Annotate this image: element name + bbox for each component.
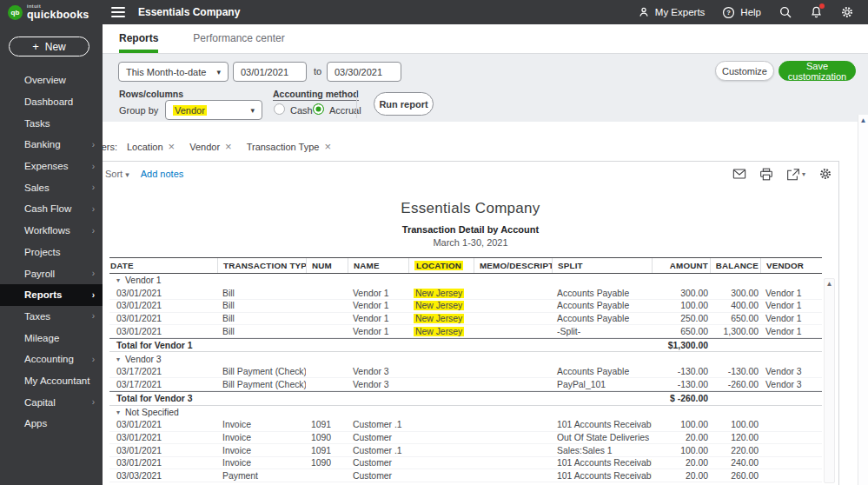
export-icon[interactable]: ▾ — [786, 168, 805, 181]
table-row[interactable]: 03/01/2021BillVendor 1New JerseyAccounts… — [109, 313, 822, 326]
date-to-input[interactable]: 03/30/2021 — [327, 62, 401, 82]
main-content: Reports Performance center This Month-to… — [103, 24, 868, 485]
table-scrollbar[interactable]: ▲ — [824, 278, 835, 483]
cell-balance: -130.00 — [710, 367, 760, 376]
group-row-not-specified[interactable]: ▾Not Specified — [109, 406, 822, 420]
table-row[interactable]: 03/01/2021Invoice1091Customer .1101 Acco… — [109, 419, 822, 432]
my-experts-button[interactable]: My Experts — [638, 6, 706, 18]
table-row[interactable]: 03/17/2021Bill Payment (Check)Vendor 3Ac… — [109, 366, 822, 379]
cell-balance: 300.00 — [710, 289, 760, 298]
collapse-group-icon[interactable]: ▾ — [116, 409, 120, 416]
hamburger-menu-icon[interactable] — [111, 7, 125, 17]
sidebar-item-dashboard[interactable]: Dashboard — [0, 91, 103, 113]
cell-balance: 400.00 — [710, 301, 760, 310]
remove-filter-icon[interactable]: × — [169, 141, 176, 152]
sidebar-item-mileage[interactable]: Mileage — [0, 327, 103, 349]
filter-chip-transaction-type[interactable]: Transaction Type× — [247, 141, 331, 152]
collapse-group-icon[interactable]: ▾ — [116, 276, 120, 284]
sidebar-item-accounting[interactable]: Accounting› — [0, 349, 103, 370]
add-notes-link[interactable]: Add notes — [141, 169, 184, 179]
sidebar-item-overview[interactable]: Overview — [0, 70, 103, 91]
cell-date: 03/01/2021 — [109, 433, 217, 442]
table-row[interactable]: 03/01/2021BillVendor 1New JerseyAccounts… — [109, 288, 822, 301]
save-customization-button[interactable]: Save customization — [779, 61, 856, 81]
help-button[interactable]: ? Help — [722, 6, 761, 19]
email-icon[interactable] — [732, 168, 746, 180]
cell-balance: -260.00 — [710, 380, 760, 389]
cell-name: Customer — [348, 471, 408, 481]
cash-radio[interactable] — [274, 103, 285, 115]
sidebar-item-label: Dashboard — [24, 96, 73, 107]
cell-split: Out Of State Deliveries — [552, 433, 652, 442]
sidebar-item-tasks[interactable]: Tasks — [0, 112, 103, 134]
cell-transaction-type: Invoice — [217, 458, 306, 468]
cell-amount: 100.00 — [652, 446, 710, 455]
chevron-right-icon: › — [92, 355, 95, 364]
remove-filter-icon[interactable]: × — [225, 141, 232, 152]
report-period-select[interactable]: This Month-to-date▾ — [118, 62, 229, 82]
settings-gear-icon[interactable] — [840, 5, 854, 19]
collapse-group-icon[interactable]: ▾ — [116, 355, 120, 363]
group-total-amount: $ -260.00 — [652, 394, 710, 403]
filters-row: Filters: Location×Vendor×Transaction Typ… — [89, 141, 346, 152]
report-settings-gear-icon[interactable] — [818, 167, 832, 181]
sidebar-item-label: Accounting — [24, 354, 74, 364]
cell-amount: 100.00 — [652, 420, 710, 429]
cell-vendor: Vendor 3 — [760, 367, 822, 376]
new-button[interactable]: + New — [9, 37, 89, 56]
cell-balance: 220.00 — [710, 446, 760, 455]
cell-date: 03/01/2021 — [109, 327, 217, 336]
tab-reports[interactable]: Reports — [119, 24, 158, 53]
accrual-radio[interactable] — [313, 103, 324, 115]
group-row-vendor-3[interactable]: ▾Vendor 3 — [109, 352, 822, 366]
table-row[interactable]: 03/01/2021BillVendor 1New JerseyAccounts… — [109, 300, 822, 313]
table-row[interactable]: 03/01/2021Invoice1091Customer .1Sales:Sa… — [109, 444, 822, 457]
sidebar-item-capital[interactable]: Capital› — [0, 391, 103, 413]
cell-num: 1090 — [306, 458, 348, 468]
page-scrollbar[interactable]: ▲ — [858, 115, 868, 485]
quickbooks-logo[interactable]: qb intuit quickbooks — [0, 0, 103, 24]
group-row-vendor-1[interactable]: ▾Vendor 1 — [109, 274, 822, 288]
column-header-name: NAME — [348, 258, 408, 273]
report-controls-band: This Month-to-date▾ 03/01/2021 to 03/30/… — [103, 54, 868, 122]
sidebar-item-taxes[interactable]: Taxes› — [0, 306, 103, 328]
customize-button[interactable]: Customize — [715, 61, 774, 81]
filter-chip-vendor[interactable]: Vendor× — [189, 141, 231, 152]
scroll-up-icon: ▲ — [826, 281, 833, 482]
sidebar-item-expenses[interactable]: Expenses› — [0, 156, 103, 177]
date-from-input[interactable]: 03/01/2021 — [233, 62, 307, 82]
sidebar-item-payroll[interactable]: Payroll› — [0, 262, 103, 284]
table-row[interactable]: 03/17/2021Bill Payment (Check)Vendor 3Pa… — [109, 378, 822, 391]
table-row[interactable]: 03/03/2021PaymentCustomer101 Accounts Re… — [109, 469, 822, 482]
sidebar-item-reports[interactable]: Reports› — [0, 284, 103, 306]
cell-name: Customer .1 — [348, 420, 408, 429]
group-by-select[interactable]: Vendor▾ — [165, 100, 262, 120]
notifications-bell-icon[interactable] — [810, 5, 823, 19]
column-header-vendor: VENDOR — [760, 258, 822, 273]
sidebar-item-workflows[interactable]: Workflows› — [0, 220, 103, 242]
sidebar-item-apps[interactable]: Apps — [0, 413, 103, 435]
search-icon[interactable] — [779, 5, 792, 19]
sidebar-item-my-accountant[interactable]: My Accountant — [0, 370, 103, 392]
sidebar-item-cash-flow[interactable]: Cash Flow› — [0, 198, 103, 220]
cell-vendor: Vendor 1 — [760, 301, 822, 310]
table-row[interactable]: 03/01/2021Invoice1090CustomerOut Of Stat… — [109, 432, 822, 445]
cell-transaction-type: Bill — [217, 289, 306, 298]
sidebar-item-banking[interactable]: Banking› — [0, 134, 103, 156]
chevron-down-icon: ▾ — [250, 106, 255, 115]
table-row[interactable]: 03/01/2021Invoice1090Customer101 Account… — [109, 457, 822, 470]
cell-split: Accounts Payable — [552, 314, 652, 323]
print-icon[interactable] — [759, 168, 773, 181]
sidebar-item-label: Overview — [24, 75, 66, 85]
tab-performance-center[interactable]: Performance center — [193, 24, 284, 53]
sidebar-item-sales[interactable]: Sales› — [0, 176, 103, 198]
sort-button[interactable]: Sort▾ — [105, 169, 129, 179]
remove-filter-icon[interactable]: × — [324, 141, 331, 152]
column-header-balance: BALANCE — [710, 258, 760, 273]
cell-transaction-type: Invoice — [217, 433, 306, 442]
filter-chip-location[interactable]: Location× — [127, 141, 175, 152]
table-row[interactable]: 03/01/2021BillVendor 1New Jersey-Split-6… — [109, 325, 822, 338]
highlighted-location-value: New Jersey — [414, 301, 464, 310]
run-report-button[interactable]: Run report — [374, 92, 434, 116]
sidebar-item-projects[interactable]: Projects — [0, 242, 103, 263]
